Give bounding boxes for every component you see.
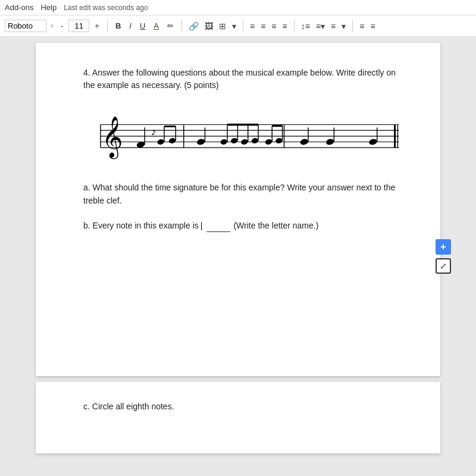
svg-point-37: [325, 138, 335, 146]
menu-bar: Add-ons Help Last edit was seconds ago: [0, 0, 476, 15]
toolbar: ▾ - + B I U A ✏ 🔗 🖼 ⊞ ▾ ≡ ≡ ≡ ≡ ↕≡ ≡▾ ≡ …: [0, 15, 476, 37]
svg-point-25: [240, 139, 248, 145]
sub-b-suffix: (Write the letter name.): [233, 221, 318, 230]
sub-a-label: a.: [83, 183, 93, 192]
music-staff: 𝄞 ♪: [83, 104, 405, 163]
toolbar-sep-1: ▾: [50, 21, 54, 30]
question-text-body: Answer the following questions about the…: [83, 68, 396, 90]
bold-button[interactable]: B: [112, 20, 124, 32]
menu-addons[interactable]: Add-ons: [5, 3, 33, 12]
sub-b-label: b.: [83, 221, 93, 230]
list-options-icon[interactable]: ▾: [340, 20, 347, 32]
align-left-icon[interactable]: ≡: [248, 20, 256, 32]
sub-question-c: c. Circle all eighth notes.: [83, 400, 405, 413]
align-right-icon[interactable]: ≡: [270, 20, 278, 32]
svg-point-27: [251, 137, 259, 144]
divider-1: [107, 20, 108, 32]
sub-a-text-2: treble clef.: [83, 196, 122, 205]
menu-help[interactable]: Help: [40, 3, 57, 12]
divider-5: [352, 20, 353, 32]
sub-c-label: c.: [83, 402, 92, 411]
svg-point-14: [156, 139, 164, 145]
align-justify-icon[interactable]: ≡: [281, 20, 289, 32]
document-page-2: c. Circle all eighth notes.: [36, 382, 440, 453]
svg-point-32: [275, 137, 283, 144]
highlight-button[interactable]: ✏: [164, 20, 177, 32]
line-spacing-icon[interactable]: ↕≡: [299, 20, 312, 32]
svg-point-39: [368, 138, 378, 146]
sub-b-text: Every note in this example is: [93, 221, 201, 230]
question-number: 4.: [83, 68, 90, 77]
expand-button[interactable]: ⤢: [436, 258, 451, 274]
svg-text:𝄞: 𝄞: [102, 117, 123, 159]
sub-question-b: b. Every note in this example is (Write …: [83, 218, 405, 232]
svg-point-21: [220, 139, 228, 145]
add-comment-button[interactable]: +: [436, 239, 451, 255]
divider-3: [243, 20, 243, 32]
italic-button[interactable]: I: [126, 20, 134, 32]
last-edit-status: Last edit was seconds ago: [64, 4, 148, 12]
document-page-1: 4. Answer the following questions about …: [36, 43, 440, 376]
image-icon[interactable]: 🖼: [203, 20, 215, 32]
table-icon[interactable]: ⊞: [217, 20, 228, 32]
divider-2: [181, 20, 182, 32]
main-content-area: 4. Answer the following questions about …: [0, 37, 476, 476]
align-icon[interactable]: ▾: [230, 20, 238, 32]
font-size-input[interactable]: [68, 20, 89, 32]
svg-point-16: [168, 137, 176, 144]
list-icon[interactable]: ≡: [329, 20, 337, 32]
divider-4: [294, 20, 295, 32]
cursor-indicator: [201, 222, 202, 230]
indent-icon[interactable]: ≡: [368, 20, 377, 32]
svg-point-19: [196, 138, 206, 146]
align-center-icon[interactable]: ≡: [259, 20, 267, 32]
font-color-button[interactable]: A: [151, 20, 162, 32]
svg-text:♪: ♪: [151, 126, 156, 137]
svg-point-23: [230, 137, 238, 144]
sub-a-text: What should the time signature be for th…: [93, 183, 396, 192]
font-size-increase[interactable]: +: [92, 20, 102, 32]
question-instruction: 4. Answer the following questions about …: [83, 67, 405, 92]
answer-blank[interactable]: [206, 218, 230, 232]
font-size-decrease[interactable]: -: [58, 20, 66, 32]
sub-c-text: Circle all eighth notes.: [92, 402, 174, 411]
staff-svg: 𝄞 ♪: [83, 104, 405, 163]
side-buttons-panel: + ⤢: [436, 239, 451, 274]
svg-point-30: [265, 139, 273, 145]
outdent-icon[interactable]: ≡: [358, 20, 366, 32]
svg-point-35: [299, 138, 309, 146]
sub-question-a: a. What should the time signature be for…: [83, 181, 405, 208]
font-selector[interactable]: [5, 20, 46, 32]
indent-more-icon[interactable]: ≡▾: [314, 20, 327, 32]
underline-button[interactable]: U: [137, 20, 148, 32]
link-icon[interactable]: 🔗: [187, 20, 201, 32]
